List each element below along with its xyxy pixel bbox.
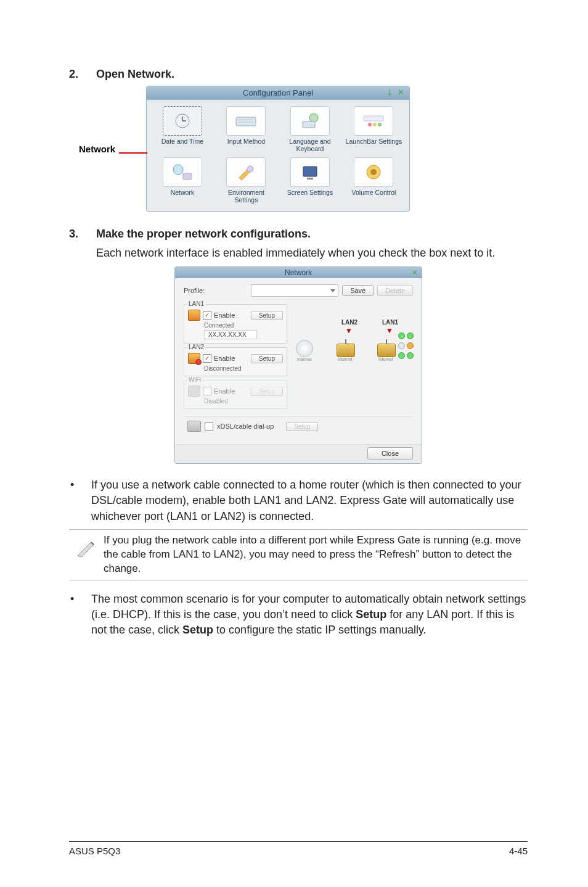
footer-right: 4-45 bbox=[509, 846, 528, 856]
clock-icon bbox=[163, 106, 202, 136]
step3-heading: 3. Make the proper network configuration… bbox=[69, 228, 528, 241]
window-buttons[interactable]: ⤓ ✕ bbox=[386, 88, 406, 97]
wifi-setup-button: Setup bbox=[251, 387, 283, 396]
network-pointer-label: Network bbox=[79, 144, 115, 154]
pointer-line bbox=[119, 152, 147, 154]
svg-rect-16 bbox=[307, 178, 313, 179]
page-footer: ASUS P5Q3 4-45 bbox=[69, 841, 528, 856]
bullet-icon: • bbox=[69, 592, 91, 638]
router-icon bbox=[377, 344, 396, 357]
note-text: If you plug the network cable into a dif… bbox=[104, 534, 528, 576]
svg-rect-13 bbox=[183, 173, 192, 179]
xdsl-checkbox[interactable] bbox=[205, 422, 213, 431]
svg-point-10 bbox=[373, 123, 377, 126]
svg-point-6 bbox=[309, 113, 318, 122]
lan2-group: LAN2 Enable Setup Disconnected bbox=[184, 347, 287, 376]
modem-icon bbox=[187, 421, 201, 432]
globe-keyboard-icon bbox=[290, 106, 330, 136]
profile-label: Profile: bbox=[184, 287, 205, 294]
network-dialog-title: Network ✕ bbox=[175, 267, 422, 278]
delete-button[interactable]: Delete bbox=[377, 285, 413, 296]
network-diagram: LAN2 LAN1 ▼ ▼ Internet Internet Internet bbox=[296, 319, 413, 374]
nic-disconnected-icon bbox=[188, 353, 200, 364]
svg-point-9 bbox=[368, 123, 372, 126]
footer-left: ASUS P5Q3 bbox=[69, 846, 120, 856]
svg-rect-15 bbox=[303, 167, 317, 176]
xdsl-setup-button: Setup bbox=[286, 422, 318, 431]
cp-launchbar[interactable]: LaunchBar Settings bbox=[343, 106, 405, 152]
connection-leds bbox=[398, 332, 413, 359]
cp-date-time[interactable]: Date and Time bbox=[152, 106, 213, 152]
config-panel-title: Configuration Panel ⤓ ✕ bbox=[147, 86, 409, 100]
router-icon bbox=[337, 344, 355, 357]
wifi-enable-checkbox[interactable] bbox=[203, 387, 211, 395]
network-icon bbox=[163, 157, 202, 187]
svg-rect-8 bbox=[364, 116, 383, 121]
lan1-status: Connected bbox=[204, 322, 283, 329]
profile-dropdown[interactable] bbox=[251, 284, 338, 297]
lan1-ip: XX.XX.XX.XX bbox=[204, 330, 257, 339]
close-button[interactable]: Close bbox=[367, 447, 413, 460]
monitor-icon bbox=[290, 157, 330, 187]
svg-point-12 bbox=[173, 165, 183, 175]
step2-num: 2. bbox=[69, 68, 96, 81]
cp-network[interactable]: Network bbox=[152, 157, 213, 204]
step3-desc: Each network interface is enabled immedi… bbox=[96, 245, 528, 260]
step3-title: Make the proper network configurations. bbox=[96, 228, 311, 241]
bullet2-text: The most common scenario is for your com… bbox=[91, 592, 528, 638]
cp-volume[interactable]: Volume Control bbox=[343, 157, 405, 204]
step3-num: 3. bbox=[69, 228, 96, 241]
nic-icon bbox=[188, 310, 200, 321]
svg-point-18 bbox=[370, 169, 377, 175]
keyboard-icon bbox=[226, 106, 266, 136]
svg-rect-3 bbox=[236, 117, 256, 126]
wifi-status: Disabled bbox=[204, 398, 283, 405]
config-panel: Configuration Panel ⤓ ✕ Date and Time In… bbox=[146, 86, 410, 212]
lan2-setup-button[interactable]: Setup bbox=[251, 354, 283, 363]
step2-heading: 2. Open Network. bbox=[69, 68, 528, 81]
network-dialog: Network ✕ Profile: Save Delete LAN1 bbox=[174, 266, 422, 464]
bullet1-text: If you use a network cable connected to … bbox=[91, 477, 528, 524]
tools-icon bbox=[226, 157, 266, 187]
pencil-note-icon bbox=[69, 534, 104, 559]
save-button[interactable]: Save bbox=[342, 285, 374, 296]
close-icon[interactable]: ✕ bbox=[412, 268, 418, 277]
cp-input-method[interactable]: Input Method bbox=[216, 106, 277, 152]
svg-point-14 bbox=[247, 166, 253, 172]
wifi-group: WiFi Enable Setup Disabled bbox=[184, 380, 287, 409]
speaker-icon bbox=[354, 157, 393, 187]
globe-icon bbox=[296, 340, 313, 357]
cp-screen[interactable]: Screen Settings bbox=[279, 157, 341, 204]
launchbar-icon bbox=[354, 106, 393, 136]
svg-point-11 bbox=[378, 123, 382, 126]
lan1-setup-button[interactable]: Setup bbox=[251, 311, 283, 320]
cp-language[interactable]: Language and Keyboard bbox=[279, 106, 341, 152]
wifi-icon bbox=[188, 386, 200, 397]
xdsl-label: xDSL/cable dial-up bbox=[217, 423, 274, 430]
svg-rect-7 bbox=[303, 122, 315, 128]
bullet-icon: • bbox=[69, 477, 91, 524]
lan2-status: Disconnected bbox=[204, 365, 283, 372]
lan1-group: LAN1 Enable Setup Connected XX.XX.XX.XX bbox=[184, 304, 287, 344]
cp-environment[interactable]: Environment Settings bbox=[216, 157, 277, 204]
note-box: If you plug the network cable into a dif… bbox=[69, 529, 528, 580]
lan1-enable-checkbox[interactable] bbox=[203, 311, 211, 320]
lan2-enable-checkbox[interactable] bbox=[203, 354, 211, 363]
step2-title: Open Network. bbox=[96, 68, 174, 81]
